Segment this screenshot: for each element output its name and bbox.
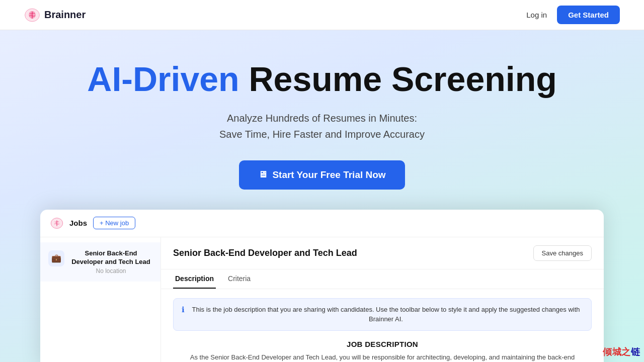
app-main-tabs: Description Criteria	[161, 269, 604, 289]
hero-subtitle: Analyze Hundreds of Resumes in Minutes: …	[10, 110, 634, 142]
section-title: JOB DESCRIPTION	[173, 340, 592, 348]
app-main: Senior Back-End Developer and Tech Lead …	[161, 237, 604, 362]
tab-criteria[interactable]: Criteria	[226, 269, 253, 289]
app-body: 💼 Senior Back-End Developer and Tech Lea…	[40, 237, 604, 362]
tab-description[interactable]: Description	[173, 269, 216, 289]
sidebar-job-item[interactable]: 💼 Senior Back-End Developer and Tech Lea…	[40, 242, 160, 282]
sidebar-job-info: Senior Back-End Developer and Tech Lead …	[69, 249, 152, 275]
save-changes-button[interactable]: Save changes	[533, 245, 592, 261]
app-main-content: ℹ This is the job description that you a…	[161, 289, 604, 362]
cta-button[interactable]: 🖥 Start Your Free Trial Now	[239, 160, 405, 190]
app-main-header: Senior Back-End Developer and Tech Lead …	[161, 237, 604, 269]
sidebar-job-title: Senior Back-End Developer and Tech Lead	[69, 249, 152, 266]
briefcase-icon: 💼	[48, 250, 64, 266]
login-button[interactable]: Log in	[526, 11, 547, 19]
hero-section: AI-Driven Resume Screening Analyze Hundr…	[0, 30, 644, 362]
app-brain-icon	[50, 217, 63, 230]
info-icon: ℹ	[182, 305, 185, 314]
info-box: ℹ This is the job description that you a…	[173, 298, 592, 331]
hero-subtitle-line2: Save Time, Hire Faster and Improve Accur…	[219, 129, 425, 140]
monitor-icon: 🖥	[258, 169, 267, 180]
app-main-title: Senior Back-End Developer and Tech Lead	[173, 248, 357, 258]
hero-subtitle-line1: Analyze Hundreds of Resumes in Minutes:	[227, 113, 417, 124]
brain-icon	[24, 7, 40, 23]
logo-area: Brainner	[24, 7, 86, 23]
jobs-label: Jobs	[69, 219, 87, 227]
nav-actions: Log in Get Started	[526, 6, 620, 24]
new-job-button[interactable]: + New job	[93, 217, 135, 229]
get-started-button[interactable]: Get Started	[557, 6, 620, 24]
sidebar-job-location: No location	[69, 267, 152, 275]
cta-label: Start Your Free Trial Now	[272, 169, 385, 180]
section-body: As the Senior Back-End Developer and Tec…	[173, 352, 592, 362]
hero-title: AI-Driven Resume Screening	[10, 60, 634, 98]
hero-title-rest: Resume Screening	[239, 60, 557, 98]
logo-text: Brainner	[44, 9, 86, 21]
app-preview: Jobs + New job 💼 Senior Back-End Develop…	[40, 210, 604, 362]
info-text: This is the job description that you are…	[189, 305, 583, 324]
navbar: Brainner Log in Get Started	[0, 0, 644, 30]
hero-title-highlight: AI-Driven	[87, 60, 239, 98]
app-topbar: Jobs + New job	[40, 210, 604, 237]
app-sidebar: 💼 Senior Back-End Developer and Tech Lea…	[40, 237, 161, 362]
